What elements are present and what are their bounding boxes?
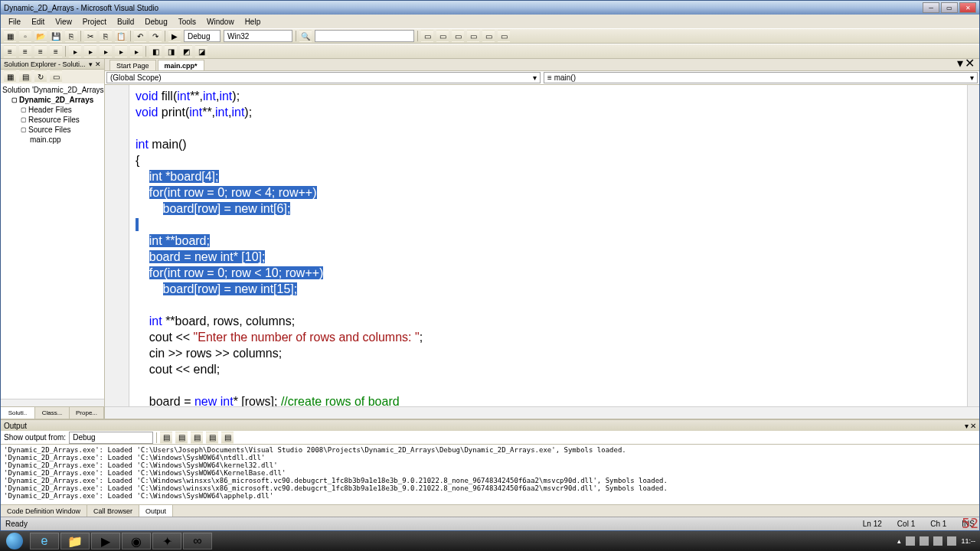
output-tab[interactable]: Call Browser: [87, 505, 139, 517]
window-icon[interactable]: ▭: [467, 30, 479, 42]
tray-chevron-icon[interactable]: ▴: [897, 537, 901, 545]
tray-flag-icon[interactable]: [906, 536, 915, 546]
gutter[interactable]: [105, 85, 129, 406]
menu-edit[interactable]: Edit: [27, 17, 49, 27]
output-from-combo[interactable]: Debug: [69, 432, 153, 444]
menu-debug[interactable]: Debug: [140, 17, 172, 27]
output-tool-icon[interactable]: ▤: [160, 432, 172, 444]
config-combo[interactable]: Debug: [184, 30, 220, 42]
minimize-button[interactable]: ─: [923, 2, 939, 13]
code-icon[interactable]: ▭: [50, 70, 62, 83]
menu-tools[interactable]: Tools: [174, 17, 201, 27]
sidebar-header[interactable]: Solution Explorer - Soluti... ▾ ✕: [1, 59, 104, 70]
bookmark-icon[interactable]: ▸: [115, 45, 127, 57]
properties-icon[interactable]: ▦: [4, 70, 16, 83]
output-tool-icon[interactable]: ▤: [221, 432, 234, 444]
find-icon[interactable]: 🔍: [299, 30, 312, 42]
menu-project[interactable]: Project: [78, 17, 111, 27]
new-project-icon[interactable]: ▦: [4, 30, 16, 42]
menu-window[interactable]: Window: [202, 17, 239, 27]
tabstrip-close-icon[interactable]: ✕: [965, 59, 975, 70]
tray-clock[interactable]: 11:--: [961, 537, 975, 545]
sidebar-tab[interactable]: Class...: [35, 407, 70, 419]
cut-icon[interactable]: ✂: [84, 30, 96, 42]
start-button[interactable]: [0, 531, 29, 551]
menu-build[interactable]: Build: [113, 17, 139, 27]
copy-icon[interactable]: ⎘: [100, 30, 112, 42]
tree-item[interactable]: ▢ Source Files: [2, 125, 103, 135]
tabstrip-dropdown-icon[interactable]: ▾: [957, 59, 963, 70]
sidebar-tab[interactable]: Soluti..: [1, 407, 35, 419]
sidebar-close-icon[interactable]: ✕: [95, 60, 101, 68]
tray-volume-icon[interactable]: [933, 536, 942, 546]
bookmark-icon[interactable]: ▸: [84, 45, 96, 57]
bookmark-icon[interactable]: ▸: [69, 45, 81, 57]
sidebar-tab[interactable]: Prope...: [70, 407, 104, 419]
editor-tab[interactable]: Start Page: [109, 60, 156, 70]
system-tray[interactable]: ▴ 11:--: [893, 536, 980, 546]
window-icon[interactable]: ▭: [452, 30, 464, 42]
uncomment-icon[interactable]: ≡: [50, 45, 62, 57]
horizontal-scrollbar[interactable]: [105, 406, 979, 419]
tree-item[interactable]: main.cpp: [2, 135, 103, 145]
show-all-icon[interactable]: ▤: [19, 70, 31, 83]
solution-tree[interactable]: Solution 'Dynamic_2D_Arrays' (1▢ Dynamic…: [1, 83, 104, 399]
titlebar[interactable]: Dynamic_2D_Arrays - Microsoft Visual Stu…: [1, 1, 979, 15]
taskbar[interactable]: e 📁 ▶ ◉ ✦ ∞ ▴ 11:--: [0, 531, 980, 551]
vertical-scrollbar[interactable]: [967, 85, 979, 406]
window-icon[interactable]: ▭: [482, 30, 495, 42]
output-tab[interactable]: Code Definition Window: [1, 505, 87, 517]
tree-item[interactable]: ▢ Resource Files: [2, 115, 103, 125]
misc-icon[interactable]: ◩: [180, 45, 192, 57]
tree-item[interactable]: Solution 'Dynamic_2D_Arrays' (1: [2, 85, 103, 95]
indent-icon[interactable]: ≡: [4, 45, 16, 57]
output-close-icon[interactable]: ✕: [970, 422, 976, 430]
misc-icon[interactable]: ◨: [165, 45, 177, 57]
scope-combo-left[interactable]: (Global Scope)▾: [106, 72, 541, 83]
tray-power-icon[interactable]: [947, 536, 956, 546]
editor-tab[interactable]: main.cpp*: [158, 60, 204, 70]
undo-icon[interactable]: ↶: [134, 30, 146, 42]
scope-combo-right[interactable]: ≡ main()▾: [544, 72, 978, 83]
open-icon[interactable]: 📂: [34, 30, 47, 42]
code-editor[interactable]: void fill(int**,int,int);void print(int*…: [129, 85, 967, 406]
taskbar-chrome-icon[interactable]: ◉: [122, 533, 151, 549]
taskbar-vs-icon[interactable]: ∞: [183, 533, 212, 549]
output-dropdown-icon[interactable]: ▾: [965, 422, 969, 430]
comment-icon[interactable]: ≡: [34, 45, 47, 57]
save-all-icon[interactable]: ⎘: [65, 30, 77, 42]
menu-file[interactable]: File: [4, 17, 25, 27]
output-tool-icon[interactable]: ▤: [175, 432, 188, 444]
tree-item[interactable]: ▢ Header Files: [2, 105, 103, 115]
menu-view[interactable]: View: [51, 17, 77, 27]
output-text[interactable]: 'Dynamic_2D_Arrays.exe': Loaded 'C:\User…: [1, 445, 979, 504]
platform-combo[interactable]: Win32: [224, 30, 292, 42]
misc-icon[interactable]: ◧: [149, 45, 162, 57]
bookmark-icon[interactable]: ▸: [130, 45, 142, 57]
close-button[interactable]: ✕: [959, 2, 976, 13]
maximize-button[interactable]: ▭: [941, 2, 958, 13]
refresh-icon[interactable]: ↻: [34, 70, 47, 83]
output-tool-icon[interactable]: ▤: [206, 432, 218, 444]
taskbar-ie-icon[interactable]: e: [30, 533, 59, 549]
start-debug-icon[interactable]: ▶: [168, 30, 181, 42]
window-icon[interactable]: ▭: [498, 30, 510, 42]
taskbar-media-icon[interactable]: ▶: [91, 533, 120, 549]
paste-icon[interactable]: 📋: [115, 30, 127, 42]
misc-icon[interactable]: ◪: [195, 45, 207, 57]
add-item-icon[interactable]: ▫: [19, 30, 31, 42]
sidebar-dropdown-icon[interactable]: ▾: [89, 60, 93, 68]
tree-item[interactable]: ▢ Dynamic_2D_Arrays: [2, 95, 103, 105]
output-tab[interactable]: Output: [139, 505, 173, 517]
taskbar-app-icon[interactable]: ✦: [152, 533, 181, 549]
menu-help[interactable]: Help: [240, 17, 266, 27]
taskbar-explorer-icon[interactable]: 📁: [60, 533, 90, 549]
redo-icon[interactable]: ↷: [149, 30, 162, 42]
window-icon[interactable]: ▭: [436, 30, 449, 42]
bookmark-icon[interactable]: ▸: [100, 45, 112, 57]
output-tool-icon[interactable]: ▤: [191, 432, 203, 444]
window-icon[interactable]: ▭: [421, 30, 433, 42]
sidebar-hscroll[interactable]: [1, 399, 104, 406]
save-icon[interactable]: 💾: [50, 30, 62, 42]
output-header[interactable]: Output ▾ ✕: [1, 420, 979, 431]
